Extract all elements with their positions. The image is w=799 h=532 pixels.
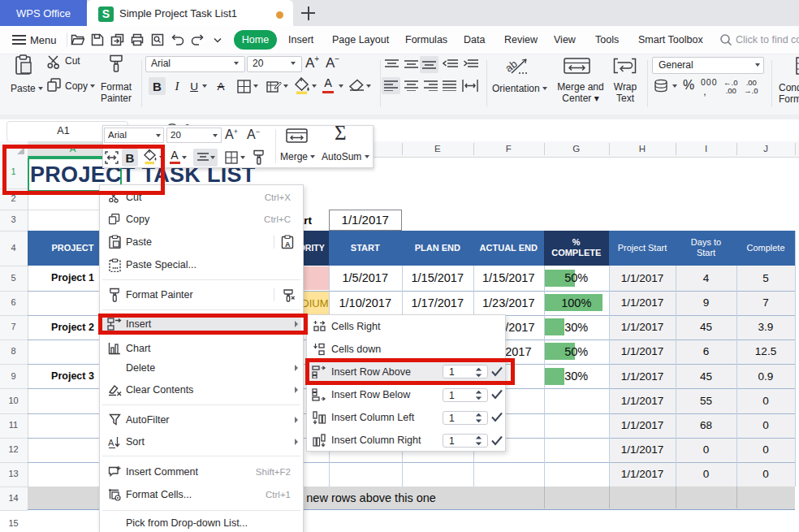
svg-text:A: A xyxy=(285,240,291,248)
svg-text:A: A xyxy=(108,438,114,448)
